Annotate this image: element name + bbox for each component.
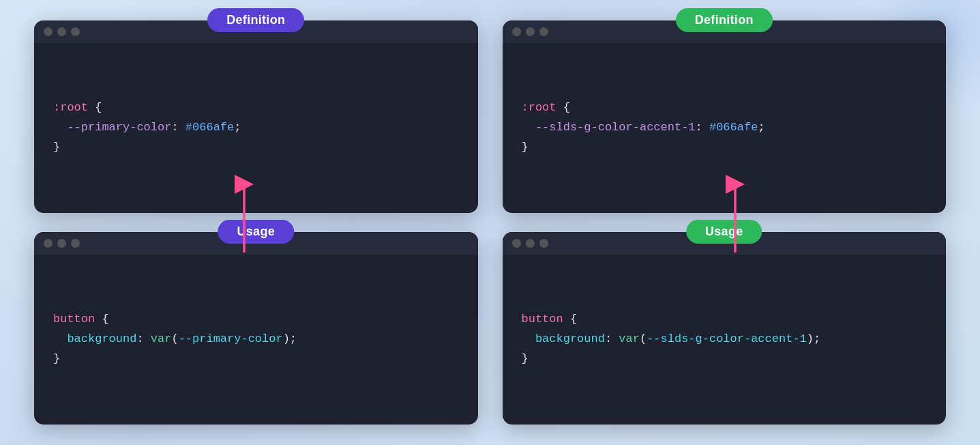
code-window-bottom-left: button { background: var(--primary-color…: [34, 232, 478, 425]
dot-3: [71, 239, 80, 248]
main-grid: Definition :root { --primary-color: #066…: [0, 0, 980, 445]
code-token: #066afe: [709, 121, 758, 134]
dot-3: [539, 27, 548, 36]
code-token: :root: [53, 101, 88, 114]
code-body-top-left: :root { --primary-color: #066afe; }: [34, 43, 478, 213]
card-top-right: Definition :root { --slds-g-color-accent…: [503, 20, 947, 213]
code-token: {: [563, 313, 577, 326]
dot-1: [512, 239, 521, 248]
code-token: );: [807, 332, 820, 345]
dot-1: [44, 27, 53, 36]
code-token: --slds-g-color-accent-1: [522, 121, 696, 134]
dot-2: [526, 27, 535, 36]
code-line-1: :root {: [522, 98, 927, 118]
code-line-1: :root {: [53, 98, 459, 118]
badge-usage-left: Usage: [218, 220, 294, 244]
code-line-3: }: [522, 349, 927, 369]
code-line-1: button {: [522, 310, 927, 330]
card-top-left: Definition :root { --primary-color: #066…: [34, 20, 478, 213]
code-body-bottom-right: button { background: var(--slds-g-color-…: [503, 255, 947, 425]
code-line-1: button {: [53, 310, 459, 330]
code-window-bottom-right: button { background: var(--slds-g-color-…: [503, 232, 947, 425]
code-token: }: [522, 352, 529, 365]
code-token: (: [640, 332, 647, 345]
code-token: background: [53, 332, 136, 345]
code-token: (: [171, 332, 178, 345]
code-body-top-right: :root { --slds-g-color-accent-1: #066afe…: [503, 43, 947, 213]
dot-1: [512, 27, 521, 36]
badge-definition-left: Definition: [207, 8, 304, 32]
dot-2: [526, 239, 535, 248]
dot-2: [57, 239, 66, 248]
code-token: );: [283, 332, 297, 345]
code-token: --primary-color: [53, 121, 171, 134]
code-token: var: [619, 332, 640, 345]
code-window-top-left: :root { --primary-color: #066afe; }: [34, 20, 478, 213]
code-token: button: [522, 313, 563, 326]
code-line-3: }: [53, 138, 459, 158]
code-token: {: [95, 313, 108, 326]
code-line-3: }: [522, 138, 927, 158]
dot-3: [71, 27, 80, 36]
card-bottom-right: Usage button { background: var(--slds-g-…: [503, 232, 947, 425]
dot-2: [57, 27, 66, 36]
code-token: :root: [522, 101, 556, 114]
code-line-3: }: [53, 349, 459, 369]
badge-definition-right: Definition: [676, 8, 773, 32]
dot-1: [44, 239, 53, 248]
code-window-top-right: :root { --slds-g-color-accent-1: #066afe…: [503, 20, 947, 213]
code-token: --primary-color: [179, 332, 283, 345]
code-token: ;: [234, 121, 241, 134]
badge-usage-right: Usage: [686, 220, 762, 244]
code-token: :: [171, 121, 185, 134]
code-token: {: [88, 101, 102, 114]
code-line-2: --slds-g-color-accent-1: #066afe;: [522, 118, 927, 138]
code-token: :: [696, 121, 709, 134]
code-token: }: [53, 352, 60, 365]
card-bottom-left: Usage button { background: var(--primary…: [34, 232, 478, 425]
code-token: }: [53, 141, 60, 154]
code-line-2: background: var(--primary-color);: [53, 330, 459, 349]
code-token: --slds-g-color-accent-1: [647, 332, 807, 345]
code-token: background: [522, 332, 605, 345]
code-token: button: [53, 313, 95, 326]
code-token: {: [556, 101, 570, 114]
code-token: }: [522, 141, 529, 154]
code-token: ;: [758, 121, 764, 134]
dot-3: [539, 239, 548, 248]
code-line-2: background: var(--slds-g-color-accent-1)…: [522, 330, 927, 349]
code-token: var: [151, 332, 172, 345]
code-token: :: [136, 332, 150, 345]
code-line-2: --primary-color: #066afe;: [53, 118, 459, 138]
code-body-bottom-left: button { background: var(--primary-color…: [34, 255, 478, 425]
code-token: :: [605, 332, 619, 345]
code-token: #066afe: [185, 121, 234, 134]
